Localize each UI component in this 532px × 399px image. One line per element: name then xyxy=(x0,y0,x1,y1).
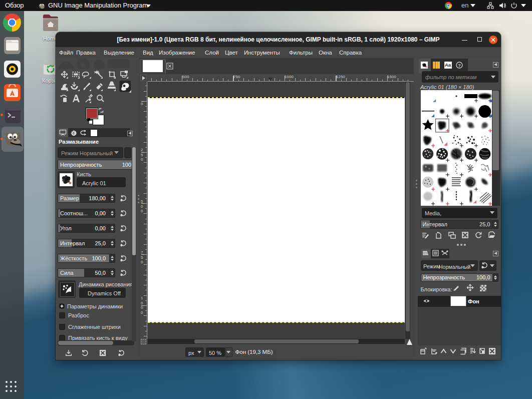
svg-text:?: ? xyxy=(458,63,461,68)
